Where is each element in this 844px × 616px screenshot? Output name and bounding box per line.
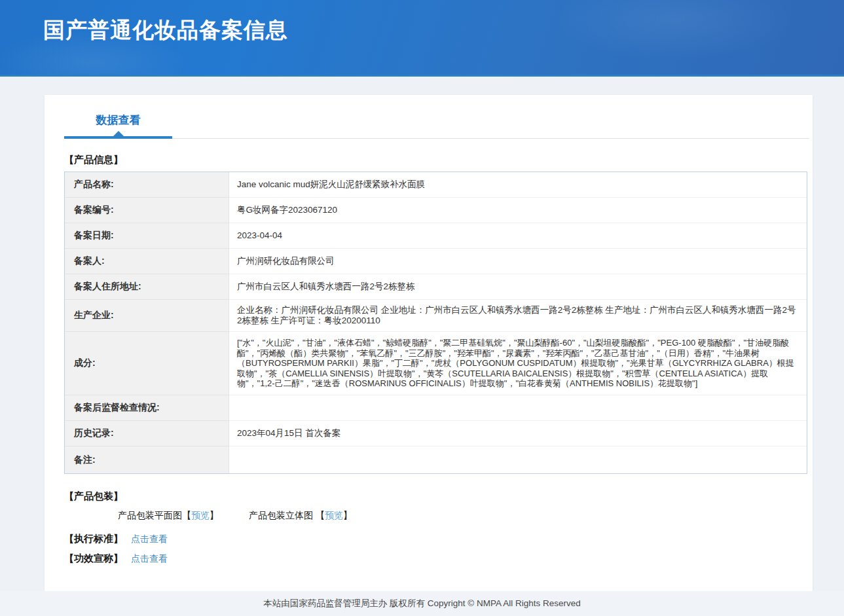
row-label: 生产企业: bbox=[65, 300, 229, 332]
row-value bbox=[229, 446, 807, 473]
row-value: 广州润研化妆品有限公司 bbox=[229, 249, 807, 274]
row-value: 粤G妆网备字2023067120 bbox=[229, 198, 807, 223]
execution-standard-row: 【执行标准】点击查看 bbox=[64, 533, 168, 545]
row-value: 2023-04-04 bbox=[229, 223, 807, 249]
table-row-filing-number: 备案编号: 粤G妆网备字2023067120 bbox=[65, 198, 807, 223]
row-label: 备案日期: bbox=[65, 223, 229, 249]
table-row-filer: 备案人: 广州润研化妆品有限公司 bbox=[65, 249, 807, 274]
table-row-product-name: 产品名称: Jane volcanic mud妍泥火山泥舒缓紧致补水面膜 bbox=[65, 172, 807, 198]
bracket-close: 】 bbox=[210, 510, 219, 520]
efficacy-claim-row: 【功效宣称】点击查看 bbox=[64, 553, 168, 565]
packaging-3d-label: 产品包装立体图 bbox=[249, 510, 316, 520]
packaging-flat-label: 产品包装平面图 bbox=[118, 510, 182, 520]
row-label: 备案后监督检查情况: bbox=[65, 395, 229, 421]
row-label: 备案人: bbox=[65, 249, 229, 274]
table-row-filer-address: 备案人住所地址: 广州市白云区人和镇秀水塘西一路2号2栋整栋 bbox=[65, 274, 807, 300]
row-label: 成分: bbox=[65, 332, 229, 395]
table-row-manufacturer: 生产企业: 企业名称：广州润研化妆品有限公司 企业地址：广州市白云区人和镇秀水塘… bbox=[65, 300, 807, 332]
row-value: ["水"，"火山泥"，"甘油"，"液体石蜡"，"鲸蜡硬脂醇"，"聚二甲基硅氧烷"… bbox=[229, 332, 807, 395]
table-row-filing-date: 备案日期: 2023-04-04 bbox=[65, 223, 807, 249]
packaging-flat-preview-link[interactable]: 预览 bbox=[191, 510, 210, 520]
product-info-table: 产品名称: Jane volcanic mud妍泥火山泥舒缓紧致补水面膜 备案编… bbox=[64, 172, 807, 474]
row-label: 备案编号: bbox=[65, 198, 229, 223]
section-title-product-info: 【产品信息】 bbox=[64, 154, 123, 166]
table-row-ingredients: 成分: ["水"，"火山泥"，"甘油"，"液体石蜡"，"鲸蜡硬脂醇"，"聚二甲基… bbox=[65, 332, 807, 395]
execution-standard-view-link[interactable]: 点击查看 bbox=[131, 534, 168, 544]
section-title-execution-standard: 【执行标准】 bbox=[64, 533, 123, 544]
tab-active-caret-icon bbox=[113, 131, 124, 136]
row-value: 广州市白云区人和镇秀水塘西一路2号2栋整栋 bbox=[229, 274, 807, 300]
packaging-flat-item: 产品包装平面图【预览】 bbox=[118, 510, 219, 522]
table-row-supervision: 备案后监督检查情况: bbox=[65, 395, 807, 421]
bracket-open: 【 bbox=[182, 510, 191, 520]
row-value: Jane volcanic mud妍泥火山泥舒缓紧致补水面膜 bbox=[229, 172, 807, 198]
row-value: 2023年04月15日 首次备案 bbox=[229, 421, 807, 446]
page-title: 国产普通化妆品备案信息 bbox=[43, 16, 288, 45]
row-value: 企业名称：广州润研化妆品有限公司 企业地址：广州市白云区人和镇秀水塘西一路2号2… bbox=[229, 300, 807, 332]
table-row-remarks: 备注: bbox=[65, 446, 807, 473]
section-title-packaging: 【产品包装】 bbox=[64, 490, 123, 503]
packaging-3d-item: 产品包装立体图 【预览】 bbox=[249, 510, 352, 522]
bracket-close: 】 bbox=[343, 510, 352, 520]
bracket-open: 【 bbox=[316, 510, 325, 520]
row-value bbox=[229, 395, 807, 421]
row-label: 备注: bbox=[65, 446, 229, 473]
tab-active-underline bbox=[64, 136, 172, 139]
row-label: 历史记录: bbox=[65, 421, 229, 446]
tabbar-divider bbox=[64, 138, 809, 139]
tab-data-view[interactable]: 数据查看 bbox=[64, 113, 172, 128]
table-row-history: 历史记录: 2023年04月15日 首次备案 bbox=[65, 421, 807, 446]
section-title-efficacy-claim: 【功效宣称】 bbox=[64, 553, 123, 564]
content-card: 数据查看 【产品信息】 产品名称: Jane volcanic mud妍泥火山泥… bbox=[45, 95, 813, 591]
efficacy-claim-view-link[interactable]: 点击查看 bbox=[131, 553, 168, 564]
copyright-text: 本站由国家药品监督管理局主办 版权所有 Copyright © NMPA All… bbox=[263, 598, 581, 609]
row-label: 产品名称: bbox=[65, 172, 229, 198]
page-footer: 本站由国家药品监督管理局主办 版权所有 Copyright © NMPA All… bbox=[0, 591, 844, 616]
packaging-3d-preview-link[interactable]: 预览 bbox=[325, 510, 343, 520]
row-label: 备案人住所地址: bbox=[65, 274, 229, 300]
page-header: 国产普通化妆品备案信息 bbox=[0, 0, 844, 77]
